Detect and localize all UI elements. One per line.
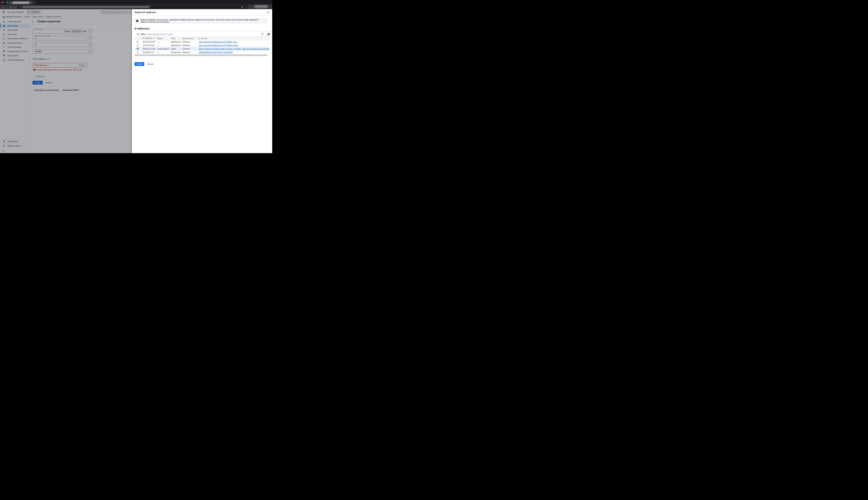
browser-forward-icon[interactable]: → <box>5 6 9 8</box>
new-tab-button[interactable]: + <box>34 1 36 4</box>
tab-favicon-icon <box>9 2 11 4</box>
column-header-type[interactable]: Type <box>171 37 183 39</box>
scrollbar-thumb[interactable] <box>135 55 267 56</box>
in-use-by-cell: gke-mural-hub-default-pool-0770481e-vm20 <box>199 44 270 46</box>
window-minimize-button[interactable] <box>4 2 5 3</box>
sort-ascending-icon: ↑ <box>153 37 155 39</box>
screen: ✕ + ← → ↻ ⌂ ☆ ⋮ <box>0 0 272 153</box>
table-row[interactable]: 34.75.32.134—EphemeralExternalgke-mural-… <box>135 44 270 47</box>
tab-strip: ✕ + <box>0 0 272 5</box>
column-header-access-type[interactable]: Access type <box>183 37 199 39</box>
filter-icon <box>137 33 139 35</box>
ip-cell: 34.95.112.184 <box>143 48 157 50</box>
extensions-redacted <box>254 5 268 8</box>
panel-title: Select IP address <box>135 11 156 14</box>
name-cell: — <box>157 41 171 43</box>
row-radio-selected[interactable] <box>137 48 139 50</box>
radio-cell <box>135 51 143 53</box>
ip-cell: 34.75.32.134 <box>143 44 157 46</box>
column-display-icon[interactable] <box>267 33 270 35</box>
tab-close-icon[interactable]: ✕ <box>31 2 32 4</box>
tune-icon[interactable] <box>19 6 21 8</box>
ip-addresses-heading: IP addresses <box>135 27 272 30</box>
ip-cell: 34.23.193.207 <box>143 41 157 43</box>
window-close-button[interactable] <box>1 2 3 3</box>
in-use-by-link[interactable]: gke-mural-hub-default-pool-0770481e-cctw <box>199 41 237 43</box>
in-use-by-link[interactable]: ab06deb6b921d49b7a457172bdb4f9ff <box>199 51 233 53</box>
ip-cell: 35.196.57.67 <box>143 51 157 53</box>
in-use-by-link[interactable]: k8s2-fs-tcivx3zp-mural-system-canvas-772… <box>242 48 270 50</box>
table-row[interactable]: 34.95.112.184mural-ingressStaticExternal… <box>135 47 270 50</box>
in-use-by-cell: k8s2-fr-tcivx3zp-mural-system-canvas-772… <box>199 48 270 50</box>
info-banner: i Select IP address of a resource. Selec… <box>135 18 267 24</box>
ip-addresses-table: IP address↑NameTypeAccess typeIn use by3… <box>135 36 270 54</box>
name-cell: — <box>157 51 171 53</box>
table-row[interactable]: 34.23.193.207—EphemeralExternalgke-mural… <box>135 40 270 44</box>
browser-tab[interactable]: ✕ <box>8 1 34 5</box>
zoom-in-icon[interactable] <box>241 6 243 8</box>
column-header-in-use-by[interactable]: In use by <box>199 37 270 39</box>
table-row[interactable]: 35.196.57.67—EphemeralExternalab06deb6b9… <box>135 50 270 54</box>
url-redacted <box>22 6 150 8</box>
access-type-cell: External <box>183 48 199 50</box>
access-type-cell: External <box>183 41 199 43</box>
browser-menu-icon[interactable]: ⋮ <box>269 5 271 8</box>
browser-chrome: ✕ + ← → ↻ ⌂ ☆ ⋮ <box>0 0 272 9</box>
help-icon[interactable]: ? <box>261 33 264 35</box>
select-ip-panel: Select IP address i Select IP address of… <box>132 9 272 153</box>
type-cell: Ephemeral <box>171 41 183 43</box>
address-bar[interactable]: ☆ <box>18 5 249 9</box>
access-type-cell: External <box>183 44 199 46</box>
tab-title-redacted <box>12 2 30 4</box>
radio-cell <box>135 44 143 46</box>
filter-bar: Filter ? <box>132 32 272 36</box>
radio-cell <box>135 48 143 50</box>
bookmark-star-icon[interactable]: ☆ <box>245 6 247 8</box>
row-radio[interactable] <box>137 44 139 46</box>
name-cell: — <box>157 44 171 46</box>
browser-home-icon[interactable]: ⌂ <box>13 6 17 8</box>
column-header-name[interactable]: Name <box>157 37 171 39</box>
type-cell: Ephemeral <box>171 51 183 53</box>
browser-reload-icon[interactable]: ↻ <box>9 6 13 8</box>
horizontal-scrollbar[interactable] <box>135 55 270 56</box>
in-use-by-cell: gke-mural-hub-default-pool-0770481e-cctw <box>199 41 270 43</box>
browser-back-icon[interactable]: ← <box>1 6 5 8</box>
divider <box>265 33 266 36</box>
close-icon[interactable] <box>267 11 270 14</box>
filter-label: Filter <box>141 33 146 35</box>
table-header-row: IP address↑NameTypeAccess typeIn use by <box>135 37 270 40</box>
console-page: GoogleCloud Search (/) for resources, do… <box>0 9 272 153</box>
access-type-cell: External <box>183 51 199 53</box>
row-radio[interactable] <box>137 41 139 43</box>
in-use-by-cell: ab06deb6b921d49b7a457172bdb4f9ff <box>199 51 270 53</box>
in-use-by-link[interactable]: gke-mural-hub-default-pool-0770481e-vm20 <box>199 44 238 46</box>
in-use-by-link[interactable]: k8s2-fr-tcivx3zp-mural-system-canvas-772… <box>199 48 241 50</box>
window-controls <box>1 2 8 3</box>
radio-cell <box>135 41 143 43</box>
chrome-right-controls: ⋮ <box>254 5 271 8</box>
select-button[interactable]: Select <box>135 62 144 66</box>
type-cell: Static <box>171 48 183 50</box>
panel-cancel-button[interactable]: Cancel <box>147 63 153 65</box>
info-icon: i <box>136 20 138 22</box>
row-radio[interactable] <box>137 51 139 53</box>
info-banner-text: Select IP address of a resource. Selecte… <box>141 19 265 23</box>
name-cell: mural-ingress <box>157 48 171 50</box>
filter-input[interactable] <box>147 33 260 35</box>
type-cell: Ephemeral <box>171 44 183 46</box>
column-header-ip-address[interactable]: IP address↑ <box>143 37 157 39</box>
browser-toolbar: ← → ↻ ⌂ ☆ <box>0 5 272 9</box>
